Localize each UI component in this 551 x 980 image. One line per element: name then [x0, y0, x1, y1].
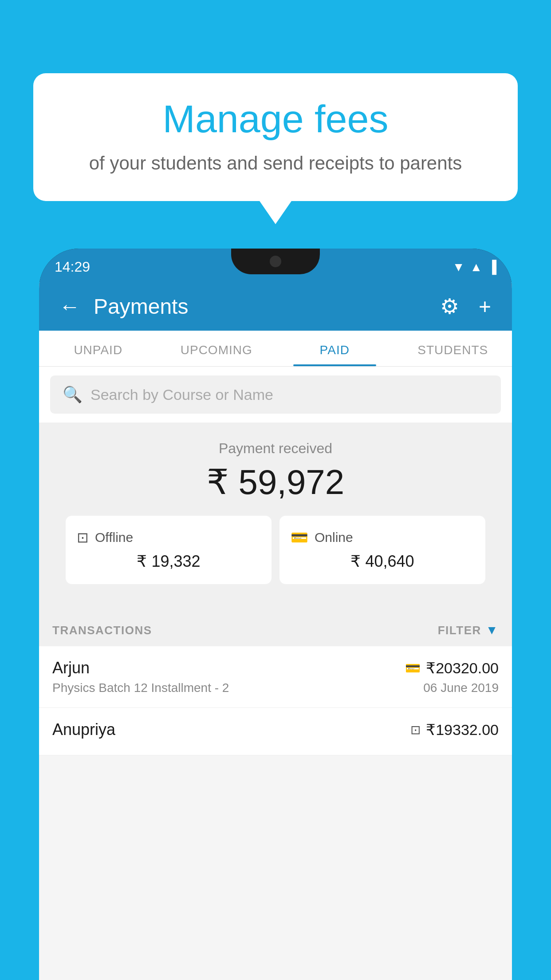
transaction-list: Arjun 💳 ₹20320.00 Physics Batch 12 Insta…: [39, 646, 512, 755]
phone-camera: [270, 256, 281, 267]
search-bar[interactable]: 🔍 Search by Course or Name: [50, 375, 501, 414]
speech-bubble: Manage fees of your students and send re…: [33, 73, 518, 201]
course-info: Physics Batch 12 Installment - 2: [52, 681, 229, 695]
online-icon: 💳: [291, 529, 308, 546]
transaction-row-bottom: Physics Batch 12 Installment - 2 06 June…: [52, 681, 499, 695]
battery-icon: ▐: [488, 260, 496, 274]
transactions-label: TRANSACTIONS: [52, 624, 152, 637]
offline-label: Offline: [95, 530, 133, 545]
online-card: 💳 Online ₹ 40,640: [279, 516, 485, 584]
back-button[interactable]: ←: [55, 290, 85, 323]
top-bar: ← Payments ⚙ +: [39, 282, 512, 331]
student-name: Arjun: [52, 659, 90, 677]
offline-card: ⊡ Offline ₹ 19,332: [66, 516, 272, 584]
app-content: ← Payments ⚙ + UNPAID UPCOMING PAID STUD…: [39, 282, 512, 980]
tab-students[interactable]: STUDENTS: [394, 331, 512, 366]
search-container: 🔍 Search by Course or Name: [39, 367, 512, 423]
amount-row: 💳 ₹20320.00: [405, 659, 499, 677]
tab-upcoming[interactable]: UPCOMING: [157, 331, 276, 366]
filter-label: FILTER: [438, 624, 481, 637]
status-time: 14:29: [55, 259, 90, 275]
tab-unpaid[interactable]: UNPAID: [39, 331, 157, 366]
page-title: Payments: [94, 294, 426, 319]
payment-received-label: Payment received: [52, 440, 499, 457]
filter-icon: ▼: [486, 623, 499, 637]
amount-row: ⊡ ₹19332.00: [410, 721, 499, 739]
cash-payment-icon: ⊡: [410, 723, 421, 737]
summary-section: Payment received ₹ 59,972 ⊡ Offline ₹ 19…: [39, 423, 512, 611]
transaction-amount: ₹19332.00: [426, 721, 499, 739]
offline-amount: ₹ 19,332: [77, 552, 260, 571]
transaction-amount: ₹20320.00: [426, 659, 499, 677]
add-button[interactable]: +: [473, 291, 496, 322]
search-icon: 🔍: [63, 385, 83, 404]
bubble-subtitle: of your students and send receipts to pa…: [60, 150, 491, 177]
wifi-icon: ▼: [453, 260, 465, 274]
signal-icon: ▲: [470, 260, 482, 274]
student-name: Anupriya: [52, 720, 115, 739]
bubble-title: Manage fees: [60, 98, 491, 141]
total-amount: ₹ 59,972: [52, 462, 499, 502]
date-info: 06 June 2019: [423, 681, 499, 695]
offline-card-header: ⊡ Offline: [77, 529, 260, 546]
cards-row: ⊡ Offline ₹ 19,332 💳 Online ₹ 40,640: [52, 516, 499, 597]
search-input[interactable]: Search by Course or Name: [91, 386, 273, 403]
settings-button[interactable]: ⚙: [435, 290, 464, 322]
tabs: UNPAID UPCOMING PAID STUDENTS: [39, 331, 512, 367]
phone-frame: 14:29 ▼ ▲ ▐ ← Payments ⚙ + UNPAID UPCOMI…: [39, 249, 512, 980]
status-icons: ▼ ▲ ▐: [453, 260, 496, 274]
card-payment-icon: 💳: [405, 661, 421, 676]
table-row[interactable]: Anupriya ⊡ ₹19332.00: [39, 708, 512, 755]
offline-icon: ⊡: [77, 529, 89, 546]
transaction-row-top: Arjun 💳 ₹20320.00: [52, 659, 499, 677]
tab-paid[interactable]: PAID: [276, 331, 394, 366]
transactions-header: TRANSACTIONS FILTER ▼: [39, 611, 512, 646]
online-amount: ₹ 40,640: [291, 552, 474, 571]
transaction-row-top: Anupriya ⊡ ₹19332.00: [52, 720, 499, 739]
online-label: Online: [315, 530, 353, 545]
table-row[interactable]: Arjun 💳 ₹20320.00 Physics Batch 12 Insta…: [39, 646, 512, 708]
filter-button[interactable]: FILTER ▼: [438, 623, 499, 637]
online-card-header: 💳 Online: [291, 529, 474, 546]
phone-notch: [231, 249, 320, 274]
